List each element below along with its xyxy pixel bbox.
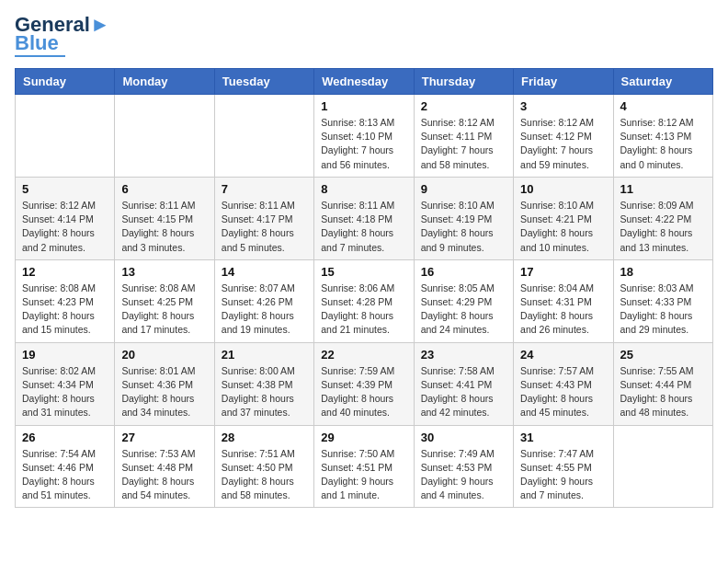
calendar-body: 1Sunrise: 8:13 AMSunset: 4:10 PMDaylight… [16,95,713,508]
logo-text2: Blue [15,33,59,53]
day-info: Sunrise: 8:10 AMSunset: 4:21 PMDaylight:… [520,199,606,255]
day-number: 15 [321,265,406,279]
day-info: Sunrise: 8:10 AMSunset: 4:19 PMDaylight:… [421,199,506,255]
day-cell-11: 11Sunrise: 8:09 AMSunset: 4:22 PMDayligh… [613,177,712,259]
day-number: 17 [520,265,606,279]
logo: General► Blue [15,15,110,57]
day-cell-22: 22Sunrise: 7:59 AMSunset: 4:39 PMDayligh… [314,342,414,425]
week-row-2: 5Sunrise: 8:12 AMSunset: 4:14 PMDaylight… [16,177,713,259]
day-info: Sunrise: 8:05 AMSunset: 4:29 PMDaylight:… [421,282,506,338]
empty-cell [613,425,712,508]
day-number: 18 [620,265,706,279]
day-cell-28: 28Sunrise: 7:51 AMSunset: 4:50 PMDayligh… [214,425,313,508]
day-number: 3 [520,99,606,113]
day-number: 23 [421,348,506,362]
day-cell-23: 23Sunrise: 7:58 AMSunset: 4:41 PMDayligh… [414,342,513,425]
page-header: General► Blue [15,15,713,57]
empty-cell [214,95,313,178]
day-info: Sunrise: 8:11 AMSunset: 4:17 PMDaylight:… [222,199,307,255]
day-info: Sunrise: 8:01 AMSunset: 4:36 PMDaylight:… [121,364,207,420]
day-number: 5 [22,182,108,196]
day-cell-27: 27Sunrise: 7:53 AMSunset: 4:48 PMDayligh… [115,425,214,508]
day-info: Sunrise: 7:47 AMSunset: 4:55 PMDaylight:… [520,447,606,503]
day-info: Sunrise: 7:57 AMSunset: 4:43 PMDaylight:… [520,364,606,420]
day-info: Sunrise: 8:12 AMSunset: 4:12 PMDaylight:… [520,116,606,172]
header-day-sunday: Sunday [16,69,115,95]
day-number: 27 [121,431,207,444]
week-row-3: 12Sunrise: 8:08 AMSunset: 4:23 PMDayligh… [16,259,713,342]
day-info: Sunrise: 7:53 AMSunset: 4:48 PMDaylight:… [121,447,207,503]
day-info: Sunrise: 7:51 AMSunset: 4:50 PMDaylight:… [222,447,307,503]
day-cell-6: 6Sunrise: 8:11 AMSunset: 4:15 PMDaylight… [115,177,214,259]
day-cell-10: 10Sunrise: 8:10 AMSunset: 4:21 PMDayligh… [514,177,613,259]
day-cell-15: 15Sunrise: 8:06 AMSunset: 4:28 PMDayligh… [314,259,414,342]
day-number: 10 [520,182,606,196]
day-info: Sunrise: 8:00 AMSunset: 4:38 PMDaylight:… [222,364,307,420]
day-info: Sunrise: 8:12 AMSunset: 4:13 PMDaylight:… [620,116,706,172]
week-row-5: 26Sunrise: 7:54 AMSunset: 4:46 PMDayligh… [16,425,713,508]
header-day-friday: Friday [514,69,613,95]
header-day-monday: Monday [115,69,214,95]
day-number: 21 [222,348,307,362]
day-cell-8: 8Sunrise: 8:11 AMSunset: 4:18 PMDaylight… [314,177,414,259]
day-number: 28 [222,431,307,444]
day-cell-9: 9Sunrise: 8:10 AMSunset: 4:19 PMDaylight… [414,177,513,259]
day-info: Sunrise: 8:07 AMSunset: 4:26 PMDaylight:… [222,282,307,338]
day-number: 9 [421,182,506,196]
logo-line [15,55,65,57]
day-info: Sunrise: 8:12 AMSunset: 4:11 PMDaylight:… [421,116,506,172]
day-cell-2: 2Sunrise: 8:12 AMSunset: 4:11 PMDaylight… [414,95,513,178]
day-info: Sunrise: 7:58 AMSunset: 4:41 PMDaylight:… [421,364,506,420]
day-number: 13 [121,265,207,279]
day-info: Sunrise: 8:02 AMSunset: 4:34 PMDaylight:… [22,364,108,420]
calendar-header: SundayMondayTuesdayWednesdayThursdayFrid… [16,69,713,95]
day-info: Sunrise: 8:13 AMSunset: 4:10 PMDaylight:… [321,116,406,172]
day-cell-12: 12Sunrise: 8:08 AMSunset: 4:23 PMDayligh… [16,259,115,342]
week-row-1: 1Sunrise: 8:13 AMSunset: 4:10 PMDaylight… [16,95,713,178]
day-info: Sunrise: 8:09 AMSunset: 4:22 PMDaylight:… [620,199,706,255]
day-info: Sunrise: 8:12 AMSunset: 4:14 PMDaylight:… [22,199,108,255]
day-info: Sunrise: 8:04 AMSunset: 4:31 PMDaylight:… [520,282,606,338]
day-number: 12 [22,265,108,279]
day-cell-25: 25Sunrise: 7:55 AMSunset: 4:44 PMDayligh… [613,342,712,425]
day-cell-13: 13Sunrise: 8:08 AMSunset: 4:25 PMDayligh… [115,259,214,342]
day-number: 31 [520,431,606,444]
day-number: 29 [321,431,406,444]
day-number: 24 [520,348,606,362]
day-cell-20: 20Sunrise: 8:01 AMSunset: 4:36 PMDayligh… [115,342,214,425]
day-cell-1: 1Sunrise: 8:13 AMSunset: 4:10 PMDaylight… [314,95,414,178]
day-info: Sunrise: 8:11 AMSunset: 4:15 PMDaylight:… [121,199,207,255]
day-number: 30 [421,431,506,444]
day-cell-31: 31Sunrise: 7:47 AMSunset: 4:55 PMDayligh… [514,425,613,508]
day-cell-16: 16Sunrise: 8:05 AMSunset: 4:29 PMDayligh… [414,259,513,342]
header-day-tuesday: Tuesday [214,69,313,95]
day-info: Sunrise: 7:49 AMSunset: 4:53 PMDaylight:… [421,447,506,503]
header-day-wednesday: Wednesday [314,69,414,95]
day-info: Sunrise: 8:08 AMSunset: 4:23 PMDaylight:… [22,282,108,338]
day-cell-3: 3Sunrise: 8:12 AMSunset: 4:12 PMDaylight… [514,95,613,178]
header-day-thursday: Thursday [414,69,513,95]
day-info: Sunrise: 7:59 AMSunset: 4:39 PMDaylight:… [321,364,406,420]
day-cell-21: 21Sunrise: 8:00 AMSunset: 4:38 PMDayligh… [214,342,313,425]
day-cell-7: 7Sunrise: 8:11 AMSunset: 4:17 PMDaylight… [214,177,313,259]
day-info: Sunrise: 7:50 AMSunset: 4:51 PMDaylight:… [321,447,406,503]
day-number: 19 [22,348,108,362]
day-number: 7 [222,182,307,196]
day-cell-5: 5Sunrise: 8:12 AMSunset: 4:14 PMDaylight… [16,177,115,259]
day-number: 4 [620,99,706,113]
day-number: 6 [121,182,207,196]
day-info: Sunrise: 8:11 AMSunset: 4:18 PMDaylight:… [321,199,406,255]
empty-cell [115,95,214,178]
day-number: 2 [421,99,506,113]
day-cell-14: 14Sunrise: 8:07 AMSunset: 4:26 PMDayligh… [214,259,313,342]
day-number: 20 [121,348,207,362]
header-row: SundayMondayTuesdayWednesdayThursdayFrid… [16,69,713,95]
header-day-saturday: Saturday [613,69,712,95]
day-number: 25 [620,348,706,362]
day-cell-4: 4Sunrise: 8:12 AMSunset: 4:13 PMDaylight… [613,95,712,178]
day-info: Sunrise: 7:54 AMSunset: 4:46 PMDaylight:… [22,447,108,503]
day-info: Sunrise: 7:55 AMSunset: 4:44 PMDaylight:… [620,364,706,420]
week-row-4: 19Sunrise: 8:02 AMSunset: 4:34 PMDayligh… [16,342,713,425]
calendar-table: SundayMondayTuesdayWednesdayThursdayFrid… [15,68,713,508]
day-number: 22 [321,348,406,362]
